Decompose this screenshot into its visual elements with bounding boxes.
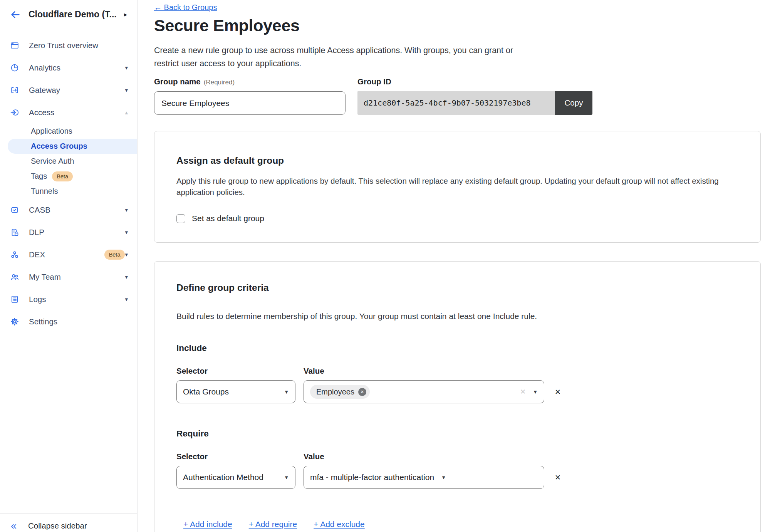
include-heading: Include bbox=[176, 343, 738, 353]
casb-shield-check-icon bbox=[10, 205, 20, 215]
double-chevron-left-icon: « bbox=[11, 522, 17, 530]
chevron-down-icon[interactable]: ▾ bbox=[125, 274, 128, 280]
page-description: Create a new rule group to use across mu… bbox=[154, 44, 533, 70]
document-lock-icon bbox=[10, 228, 20, 237]
sidebar-nav: Zero Trust overview Analytics ▾ Gateway … bbox=[0, 29, 137, 333]
remove-include-rule-button[interactable]: ✕ bbox=[555, 388, 561, 396]
sidebar-item-label: Applications bbox=[31, 127, 72, 136]
sidebar-item-label: Access Groups bbox=[31, 142, 87, 151]
required-hint: (Required) bbox=[204, 79, 235, 86]
include-selector-dropdown[interactable]: Okta Groups ▼ bbox=[176, 380, 295, 403]
value-tag: Employees ✕ bbox=[310, 385, 370, 399]
sidebar-item-tunnels[interactable]: Tunnels bbox=[0, 184, 137, 199]
sidebar-item-label: My Team bbox=[29, 272, 125, 282]
remove-require-rule-button[interactable]: ✕ bbox=[555, 473, 561, 482]
sidebar-item-dlp[interactable]: DLP ▾ bbox=[0, 221, 137, 243]
sidebar-item-zero-trust-overview[interactable]: Zero Trust overview bbox=[0, 34, 137, 57]
selector-label: Selector bbox=[176, 452, 304, 461]
sidebar-item-access-groups[interactable]: Access Groups bbox=[8, 139, 137, 154]
sidebar-item-service-auth[interactable]: Service Auth bbox=[0, 154, 137, 169]
window-icon bbox=[10, 41, 20, 50]
sidebar-header: Cloudflare Demo (T... ▸ bbox=[0, 0, 137, 29]
access-login-icon bbox=[10, 108, 20, 117]
back-arrow-icon: ← bbox=[154, 3, 162, 12]
page-title: Secure Employees bbox=[154, 16, 300, 35]
sidebar-item-access[interactable]: Access ▴ bbox=[0, 101, 137, 124]
chevron-down-icon: ▼ bbox=[533, 389, 538, 395]
gear-icon bbox=[10, 317, 20, 326]
sidebar-item-label: Service Auth bbox=[31, 157, 74, 166]
remove-tag-icon[interactable]: ✕ bbox=[358, 388, 366, 396]
chevron-down-icon[interactable]: ▾ bbox=[125, 251, 128, 258]
chevron-down-icon[interactable]: ▾ bbox=[125, 87, 128, 94]
sidebar-item-gateway[interactable]: Gateway ▾ bbox=[0, 79, 137, 101]
beta-badge: Beta bbox=[52, 171, 73, 181]
require-rule-row: Authentication Method ▼ mfa - multiple-f… bbox=[176, 466, 738, 489]
card-title: Define group criteria bbox=[176, 282, 738, 293]
value-label: Value bbox=[304, 366, 324, 376]
sidebar-item-label: CASB bbox=[29, 205, 125, 215]
sidebar-item-label: Gateway bbox=[29, 86, 125, 95]
sidebar-item-label: Settings bbox=[29, 317, 128, 326]
sidebar-item-label: Access bbox=[29, 108, 125, 117]
list-document-icon bbox=[10, 295, 20, 304]
back-arrow-icon[interactable] bbox=[10, 9, 22, 20]
sidebar-item-settings[interactable]: Settings bbox=[0, 310, 137, 333]
account-name[interactable]: Cloudflare Demo (T... bbox=[29, 9, 122, 20]
sidebar-item-label: DEX bbox=[29, 250, 99, 259]
copy-button[interactable]: Copy bbox=[555, 91, 592, 115]
chevron-down-icon[interactable]: ▾ bbox=[125, 296, 128, 303]
collapse-sidebar-button[interactable]: « Collapse sidebar bbox=[0, 513, 137, 530]
sidebar-item-tags[interactable]: Tags Beta bbox=[0, 169, 137, 184]
gateway-icon bbox=[10, 86, 20, 95]
sidebar-item-analytics[interactable]: Analytics ▾ bbox=[0, 57, 137, 79]
sidebar-item-my-team[interactable]: My Team ▾ bbox=[0, 266, 137, 288]
include-value-multiselect[interactable]: Employees ✕ ✕ ▼ bbox=[304, 380, 544, 403]
beta-badge: Beta bbox=[104, 250, 125, 260]
chevron-up-icon[interactable]: ▴ bbox=[125, 109, 128, 116]
add-exclude-link[interactable]: + Add exclude bbox=[314, 520, 365, 529]
group-name-input[interactable] bbox=[154, 91, 346, 115]
people-icon bbox=[10, 272, 20, 282]
chevron-down-icon: ▼ bbox=[284, 389, 289, 395]
checkbox-label: Set as default group bbox=[192, 214, 264, 223]
group-name-label: Group name(Required) bbox=[154, 77, 346, 86]
sidebar-item-label: DLP bbox=[29, 228, 125, 237]
card-description: Build rules to determine membership of t… bbox=[176, 312, 738, 321]
require-value-dropdown[interactable]: mfa - multiple-factor authentication ▼ bbox=[304, 466, 544, 489]
back-to-groups-link[interactable]: ← Back to Groups bbox=[154, 3, 217, 12]
sidebar-item-logs[interactable]: Logs ▾ bbox=[0, 288, 137, 310]
chevron-right-icon[interactable]: ▸ bbox=[122, 9, 129, 20]
assign-default-group-card: Assign as default group Apply this rule … bbox=[154, 131, 761, 243]
sidebar-item-label: Analytics bbox=[29, 63, 125, 72]
sidebar-item-label: Logs bbox=[29, 295, 125, 304]
value-label: Value bbox=[304, 452, 324, 461]
sidebar: Cloudflare Demo (T... ▸ Zero Trust overv… bbox=[0, 0, 138, 532]
chevron-down-icon[interactable]: ▾ bbox=[125, 206, 128, 213]
group-id-value: d21ce80f-5a25-4bcf-9b07-5032197e3be8 bbox=[357, 91, 555, 115]
selector-label: Selector bbox=[176, 366, 304, 376]
sidebar-item-label: Zero Trust overview bbox=[29, 41, 128, 50]
sidebar-item-label: Tags bbox=[31, 172, 47, 181]
sidebar-item-dex[interactable]: DEX Beta ▾ bbox=[0, 243, 137, 266]
sidebar-item-label: Tunnels bbox=[31, 187, 58, 196]
chevron-down-icon[interactable]: ▾ bbox=[125, 229, 128, 236]
sidebar-item-casb[interactable]: CASB ▾ bbox=[0, 199, 137, 221]
group-form-row: Group name(Required) Group ID d21ce80f-5… bbox=[154, 77, 592, 115]
chevron-down-icon[interactable]: ▾ bbox=[125, 64, 128, 71]
add-include-link[interactable]: + Add include bbox=[183, 520, 232, 529]
clear-values-icon[interactable]: ✕ bbox=[520, 388, 526, 396]
set-default-group-checkbox[interactable] bbox=[176, 214, 185, 223]
include-rule-row: Okta Groups ▼ Employees ✕ ✕ ▼ ✕ bbox=[176, 380, 738, 403]
network-nodes-icon bbox=[10, 250, 20, 259]
require-selector-dropdown[interactable]: Authentication Method ▼ bbox=[176, 466, 295, 489]
sidebar-item-applications[interactable]: Applications bbox=[0, 124, 137, 139]
chevron-down-icon: ▼ bbox=[441, 475, 446, 480]
card-title: Assign as default group bbox=[176, 155, 738, 166]
add-require-link[interactable]: + Add require bbox=[249, 520, 297, 529]
require-heading: Require bbox=[176, 429, 738, 439]
card-description: Apply this rule group to new application… bbox=[176, 175, 723, 198]
group-id-label: Group ID bbox=[357, 77, 592, 86]
pie-chart-icon bbox=[10, 63, 20, 72]
main-content: ← Back to Groups Secure Employees Create… bbox=[138, 0, 770, 532]
